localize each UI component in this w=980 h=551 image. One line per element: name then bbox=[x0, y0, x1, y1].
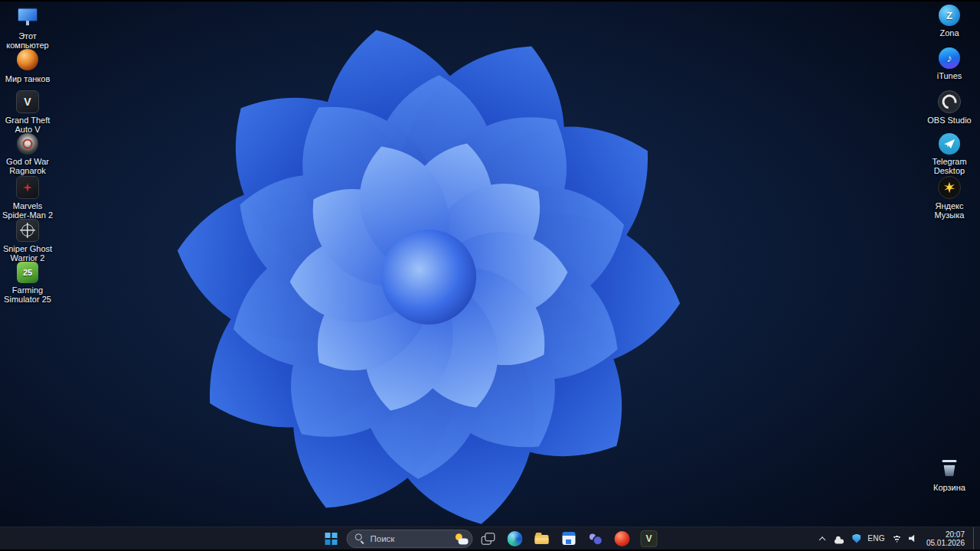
farming-25-number: 25 bbox=[23, 268, 32, 277]
telegram-icon bbox=[939, 133, 960, 155]
chevron-up-icon bbox=[818, 535, 826, 542]
taskbar-app-people-chat[interactable] bbox=[584, 529, 607, 549]
desktop-icon-label: Grand Theft Auto V bbox=[1, 116, 54, 135]
desktop-icon-label: Яндекс Музыка bbox=[923, 201, 976, 220]
language-indicator[interactable]: ENG bbox=[867, 534, 885, 543]
wifi-icon bbox=[892, 534, 902, 543]
desktop-icon-label: Sniper Ghost Warrior 2 bbox=[1, 244, 54, 263]
red-globe-icon bbox=[615, 531, 630, 546]
taskbar-search[interactable]: Поиск bbox=[347, 530, 473, 548]
taskbar: Поиск V bbox=[0, 527, 980, 549]
network-tray-button[interactable] bbox=[892, 534, 902, 543]
people-icon bbox=[588, 532, 603, 545]
desktop-icon-label: Zona bbox=[939, 28, 959, 37]
this-pc-icon bbox=[15, 5, 40, 29]
clock-date: 05.01.2026 bbox=[926, 539, 965, 547]
yandex-music-icon bbox=[938, 176, 961, 199]
desktop-icon-column-right: Z Zona ♪ iTunes OBS Studio Telegram Desk… bbox=[922, 5, 977, 217]
system-tray: ENG 20:07 05.01.2026 bbox=[818, 527, 980, 549]
onedrive-tray-button[interactable] bbox=[833, 534, 845, 543]
desktop-icon-yandex-music[interactable]: Яндекс Музыка bbox=[922, 176, 977, 217]
clock-time: 20:07 bbox=[946, 530, 965, 539]
music-note-icon: ♪ bbox=[947, 52, 952, 64]
itunes-icon: ♪ bbox=[939, 47, 960, 69]
zona-icon: Z bbox=[939, 5, 960, 26]
desktop-icon-gta-v[interactable]: V Grand Theft Auto V bbox=[0, 90, 55, 131]
desktop-icon-zona[interactable]: Z Zona bbox=[922, 5, 977, 45]
volume-icon bbox=[909, 535, 918, 543]
calendar-icon bbox=[562, 532, 575, 545]
taskbar-app-vortex[interactable]: V bbox=[638, 529, 661, 549]
gta-v-letter: V bbox=[24, 96, 31, 108]
search-icon bbox=[355, 533, 365, 543]
v-letter-icon: V bbox=[641, 530, 658, 547]
hidden-icons-button[interactable] bbox=[818, 535, 826, 542]
zona-letter: Z bbox=[946, 10, 952, 21]
desktop-icon-label: OBS Studio bbox=[927, 116, 971, 125]
task-view-button[interactable] bbox=[477, 529, 500, 549]
clock[interactable]: 20:07 05.01.2026 bbox=[925, 530, 966, 547]
recycle-bin-icon bbox=[937, 456, 962, 481]
folder-icon bbox=[535, 535, 549, 544]
taskbar-app-edge[interactable] bbox=[504, 529, 527, 549]
search-placeholder: Поиск bbox=[371, 534, 448, 543]
cloud-icon bbox=[833, 534, 845, 543]
start-button[interactable] bbox=[320, 529, 343, 549]
desktop-icon-label: Telegram Desktop bbox=[923, 157, 976, 176]
desktop-icon-label: Корзина bbox=[933, 483, 965, 492]
obs-studio-icon bbox=[938, 90, 961, 113]
desktop-icon-obs-studio[interactable]: OBS Studio bbox=[922, 90, 977, 131]
edge-icon bbox=[508, 531, 523, 546]
letterbox-top bbox=[0, 0, 980, 2]
show-desktop-button[interactable] bbox=[973, 527, 977, 549]
vortex-letter: V bbox=[645, 533, 652, 544]
tank-emblem-icon bbox=[17, 49, 38, 70]
taskbar-app-file-explorer[interactable] bbox=[531, 529, 554, 549]
desktop-icon-world-of-tanks[interactable]: Мир танков bbox=[0, 47, 55, 88]
volume-tray-button[interactable] bbox=[909, 535, 918, 543]
taskbar-app-yandex-browser[interactable] bbox=[611, 529, 634, 549]
god-of-war-icon bbox=[17, 133, 38, 155]
farming-simulator-25-icon: 25 bbox=[17, 262, 38, 283]
desktop-icon-telegram-desktop[interactable]: Telegram Desktop bbox=[922, 133, 977, 174]
desktop-icon-label: Мир танков bbox=[5, 74, 51, 83]
desktop-icon-recycle-bin[interactable]: Корзина bbox=[922, 456, 977, 497]
desktop-icon-spider-man-2[interactable]: Marvels Spider-Man 2 bbox=[0, 176, 55, 217]
desktop-icon-itunes[interactable]: ♪ iTunes bbox=[922, 47, 977, 88]
desktop-icon-sniper-ghost-warrior-2[interactable]: Sniper Ghost Warrior 2 bbox=[0, 219, 55, 259]
desktop-icon-god-of-war[interactable]: God of War Ragnarok bbox=[0, 133, 55, 174]
wallpaper bbox=[0, 0, 980, 551]
desktop-icon-label: Farming Simulator 25 bbox=[1, 285, 54, 305]
language-label: ENG bbox=[867, 534, 885, 543]
taskbar-app-calendar[interactable] bbox=[557, 529, 580, 549]
shield-icon bbox=[852, 534, 861, 543]
gta-v-icon: V bbox=[16, 90, 39, 113]
windows-logo-icon bbox=[325, 533, 338, 545]
task-view-icon bbox=[482, 533, 495, 545]
desktop-icon-this-pc[interactable]: Этот компьютер bbox=[0, 5, 55, 45]
spider-man-2-icon bbox=[16, 176, 39, 199]
taskbar-center-group: Поиск V bbox=[320, 527, 661, 549]
security-tray-button[interactable] bbox=[852, 534, 861, 543]
desktop-icon-label: Marvels Spider-Man 2 bbox=[1, 201, 54, 220]
sniper-ghost-warrior-2-icon bbox=[16, 219, 39, 242]
weather-icon bbox=[453, 532, 470, 545]
desktop: Этот компьютер Мир танков V Grand Theft … bbox=[0, 0, 980, 551]
world-of-tanks-icon bbox=[15, 47, 40, 72]
desktop-icon-label: iTunes bbox=[937, 71, 962, 80]
desktop-icon-farming-simulator-25[interactable]: 25 Farming Simulator 25 bbox=[0, 262, 55, 302]
desktop-icon-label: God of War Ragnarok bbox=[1, 157, 54, 176]
desktop-icon-column-left: Этот компьютер Мир танков V Grand Theft … bbox=[0, 5, 55, 302]
